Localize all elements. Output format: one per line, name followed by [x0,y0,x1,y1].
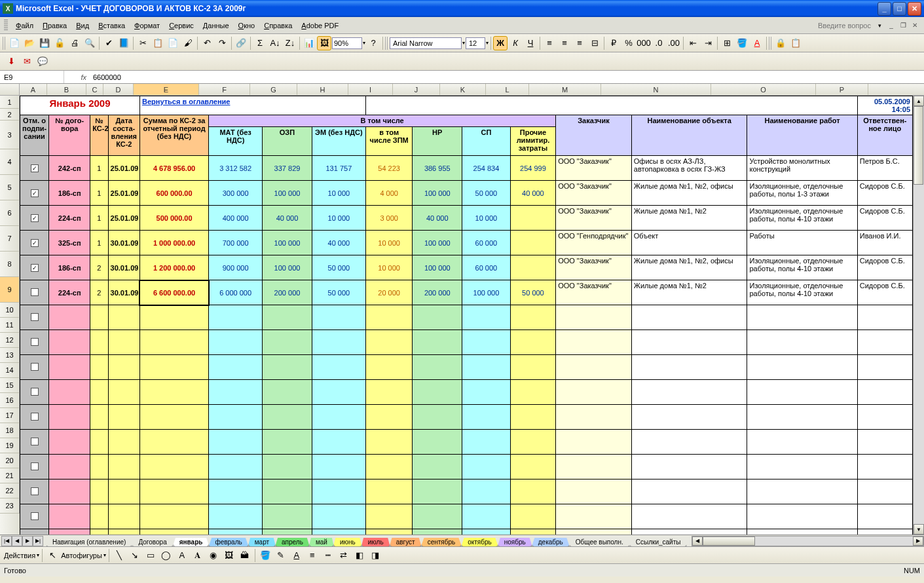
cell-object[interactable]: Офисы в осях АЗ-ЛЗ, автопарковка в осях … [631,156,747,181]
cell-ks[interactable]: 1 [90,181,108,206]
row-header-15[interactable]: 15 [0,378,20,393]
save-icon[interactable]: 💾 [37,36,52,50]
formula-input[interactable]: 6600000 [90,71,924,83]
row-header-3[interactable]: 3 [0,121,20,149]
cell-em[interactable]: 10 000 [312,181,365,206]
arrow-style-icon[interactable]: ⇄ [337,548,351,563]
autoshapes-menu[interactable]: Автофигуры [61,552,102,559]
cell-works[interactable]: Устройство монолитных конструкций [747,156,857,181]
cell-nr[interactable]: 200 000 [413,280,462,305]
cell-date[interactable]: 25.01.09 [108,156,139,181]
cell-other[interactable]: 254 999 [510,156,555,181]
font-color-draw-icon[interactable]: A [289,548,304,563]
tab-next-icon[interactable]: ▶ [22,536,33,546]
col-header-L[interactable]: L [486,84,529,95]
cell-other[interactable] [510,231,555,255]
chart-icon[interactable]: 📊 [302,36,316,50]
cell-nr[interactable]: 386 955 [413,156,462,181]
cell-ozp[interactable]: 100 000 [263,231,312,255]
cell-resp[interactable]: Иванов И.И. [857,231,912,255]
diagram-icon[interactable]: ◉ [206,548,221,563]
menu-Формат[interactable]: Формат [130,20,164,31]
cell-object[interactable]: Жилые дома №1, №2, офисы [631,181,747,206]
back-link[interactable]: Вернуться в оглавление [139,96,365,115]
cell-date[interactable]: 30.01.09 [108,280,139,305]
select-arrow-icon[interactable]: ↖ [45,548,60,563]
help-icon[interactable]: ? [366,36,380,50]
preview-icon[interactable]: 🔍 [83,36,97,50]
cells-area[interactable]: Январь 2009Вернуться в оглавление05.05.2… [20,96,913,535]
row-header-16[interactable]: 16 [0,393,20,408]
fill-color-icon[interactable]: 🪣 [735,36,749,50]
row-header-19[interactable]: 19 [0,438,20,453]
sheet-tab-Ссылки_сайты[interactable]: Ссылки_сайты [629,538,688,547]
cell-customer[interactable]: ООО "Заказчик" [556,181,632,206]
cell-zpm[interactable]: 3 000 [365,206,413,231]
undo-icon[interactable]: ↶ [200,36,214,50]
pdf-review-icon[interactable]: 💬 [35,54,50,69]
sheet-tab-Общее выполн.[interactable]: Общее выполн. [569,538,630,547]
cell-ks[interactable]: 1 [90,206,108,231]
cell-ozp[interactable]: 337 829 [263,156,312,181]
scroll-thumb[interactable] [703,536,755,546]
cell-checkbox[interactable]: ✓ [20,206,49,231]
open-icon[interactable]: 📂 [22,36,37,50]
cell-customer[interactable]: ООО "Заказчик" [556,206,632,231]
row-header-2[interactable]: 2 [0,109,20,121]
cell-checkbox[interactable] [20,430,49,455]
menu-Adobe PDF[interactable]: Adobe PDF [297,20,343,31]
form-icon[interactable]: 📋 [788,36,803,50]
col-header-E[interactable]: E [134,84,199,95]
row-header-10[interactable]: 10 [0,303,20,318]
select-all-corner[interactable] [0,84,20,95]
pdf-mail-icon[interactable]: ✉ [20,54,34,69]
cell-em[interactable]: 50 000 [312,255,365,280]
print-icon[interactable]: 🖨 [67,36,82,50]
bold-icon[interactable]: Ж [493,36,508,50]
cell-sum[interactable]: 1 200 000.00 [139,255,208,280]
sheet-tab-декабрь[interactable]: декабрь [532,538,570,547]
cell-checkbox[interactable] [20,455,49,480]
cell-contract[interactable]: 186-сп [49,181,90,206]
col-header-A[interactable]: A [20,84,47,95]
scroll-up-icon[interactable]: ▲ [914,96,924,106]
cell-checkbox[interactable] [20,280,49,305]
fill-shape-icon[interactable]: 🪣 [258,548,272,563]
cell-object[interactable]: Жилые дома №1, №2, офисы [631,255,747,280]
shadow-icon[interactable]: ◧ [352,548,367,563]
doc-restore-button[interactable]: ❐ [898,21,908,30]
cell-sp[interactable]: 60 000 [462,231,511,255]
autosum-icon[interactable]: Σ [253,36,267,50]
cell-other[interactable] [510,206,555,231]
row-header-23[interactable]: 23 [0,498,20,514]
sheet-tab-апрель[interactable]: апрель [275,538,310,547]
col-header-H[interactable]: H [297,84,348,95]
row-header-9[interactable]: 9 [0,277,20,303]
cell-ks[interactable]: 2 [90,280,108,305]
cell-works[interactable]: Изоляционные, отделочные работы, полы 4-… [747,255,857,280]
cell-customer[interactable]: ООО "Генподрядчик" [556,231,632,255]
tab-prev-icon[interactable]: ◀ [12,536,22,546]
redo-icon[interactable]: ↷ [215,36,229,50]
col-header-K[interactable]: K [440,84,486,95]
cell-checkbox[interactable] [20,330,49,355]
link-icon[interactable]: 🔗 [234,36,248,50]
picture-icon[interactable]: 🏔 [238,548,252,563]
new-icon[interactable]: 📄 [7,36,22,50]
col-header-O[interactable]: O [711,84,816,95]
cell-zpm[interactable]: 10 000 [365,231,413,255]
cell-nr[interactable]: 100 000 [413,181,462,206]
font-name-box[interactable]: Arial Narrow [390,37,462,49]
menu-Правка[interactable]: Правка [38,20,71,31]
cell-date[interactable]: 25.01.09 [108,181,139,206]
close-button[interactable]: ✕ [908,2,921,16]
row-header-20[interactable]: 20 [0,453,20,468]
cell-sp[interactable]: 50 000 [462,181,511,206]
col-header-J[interactable]: J [393,84,440,95]
oval-icon[interactable]: ◯ [159,548,174,563]
col-header-P[interactable]: P [816,84,868,95]
row-header-12[interactable]: 12 [0,333,20,348]
inc-indent-icon[interactable]: ⇥ [701,36,715,50]
arrow-line-icon[interactable]: ↘ [128,548,142,563]
drawing-toggle-icon[interactable]: 🖼 [317,36,331,50]
